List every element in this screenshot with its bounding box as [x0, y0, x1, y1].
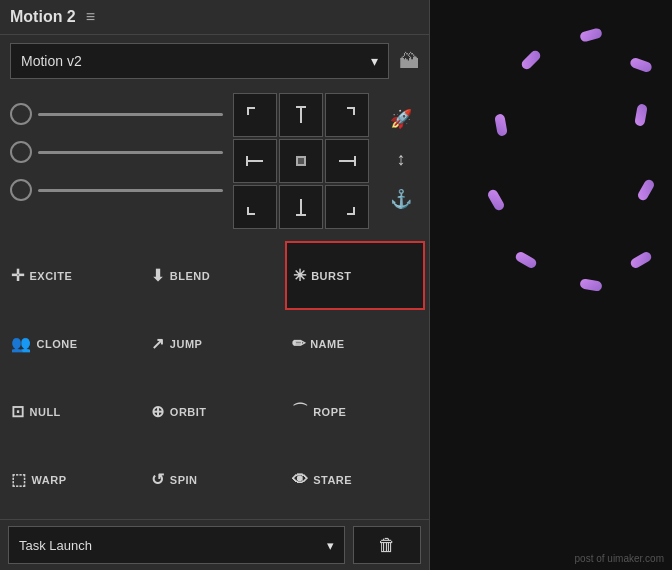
rope-button[interactable]: ⌒ ROPE	[285, 377, 425, 446]
burst-label: BURST	[311, 270, 351, 282]
name-label: NAME	[310, 338, 344, 350]
grid-cell-mid-left[interactable]	[233, 139, 277, 183]
particle-1	[579, 27, 603, 42]
grid-cell-mid-right[interactable]	[325, 139, 369, 183]
particle-4	[634, 103, 648, 126]
grid-cell-top-center[interactable]	[279, 93, 323, 137]
blend-icon: ⬇	[151, 266, 165, 285]
grid-cell-mid-center[interactable]	[279, 139, 323, 183]
jump-icon: ↗	[151, 334, 165, 353]
particle-9	[629, 250, 653, 270]
particle-6	[636, 178, 656, 202]
null-button[interactable]: ⊡ NULL	[4, 377, 144, 446]
name-icon: ✏	[292, 334, 306, 353]
grid-cell-bot-right[interactable]	[325, 185, 369, 229]
burst-icon: ✳	[293, 266, 307, 285]
clone-label: CLONE	[37, 338, 78, 350]
spin-button[interactable]: ↺ SPIN	[144, 446, 284, 513]
jump-button[interactable]: ↗ JUMP	[144, 310, 284, 377]
alignment-grid	[233, 93, 369, 229]
slider-row-3	[10, 179, 223, 201]
orbit-button[interactable]: ⊕ ORBIT	[144, 377, 284, 446]
menu-icon[interactable]: ≡	[86, 8, 95, 26]
app-title: Motion 2	[10, 8, 76, 26]
orbit-label: ORBIT	[170, 406, 207, 418]
actions-grid: ✛ EXCITE ⬇ BLEND ✳ BURST 👥 CLONE ↗ JUMP …	[0, 235, 429, 519]
excite-label: EXCITE	[30, 270, 73, 282]
preset-row: Motion v2 ▾ 🏔	[0, 35, 429, 87]
stare-icon: 👁	[292, 471, 309, 489]
sliders-column	[10, 93, 223, 201]
clone-icon: 👥	[11, 334, 32, 353]
grid-cell-top-left[interactable]	[233, 93, 277, 137]
name-button[interactable]: ✏ NAME	[285, 310, 425, 377]
slider-track-1[interactable]	[38, 113, 223, 116]
blend-button[interactable]: ⬇ BLEND	[144, 241, 284, 310]
grid-cell-bot-left[interactable]	[233, 185, 277, 229]
bottom-bar: Task Launch ▾ 🗑	[0, 519, 429, 570]
particle-5	[486, 188, 506, 212]
header: Motion 2 ≡	[0, 0, 429, 35]
particle-3	[494, 113, 508, 136]
null-label: NULL	[30, 406, 61, 418]
side-icons: 🚀 ↕ ⚓	[383, 93, 419, 217]
warp-button[interactable]: ⬚ WARP	[4, 446, 144, 513]
orbit-icon: ⊕	[151, 402, 165, 421]
blend-label: BLEND	[170, 270, 210, 282]
preset-label: Motion v2	[21, 53, 82, 69]
mountain-icon: 🏔	[399, 50, 419, 73]
clone-button[interactable]: 👥 CLONE	[4, 310, 144, 377]
trash-icon: 🗑	[378, 535, 396, 556]
preset-dropdown[interactable]: Motion v2 ▾	[10, 43, 389, 79]
slider-knob-3[interactable]	[10, 179, 32, 201]
slider-row-1	[10, 103, 223, 125]
trash-button[interactable]: 🗑	[353, 526, 421, 564]
sliders-grid-area: 🚀 ↕ ⚓	[0, 87, 429, 235]
slider-row-2	[10, 141, 223, 163]
stare-button[interactable]: 👁 STARE	[285, 446, 425, 513]
grid-cell-bot-center[interactable]	[279, 185, 323, 229]
canvas-area	[430, 0, 672, 520]
left-panel: Motion 2 ≡ Motion v2 ▾ 🏔	[0, 0, 430, 570]
jump-label: JUMP	[170, 338, 203, 350]
watermark: post of uimaker.com	[575, 553, 664, 564]
spin-label: SPIN	[170, 474, 198, 486]
rocket-icon[interactable]: 🚀	[383, 101, 419, 137]
rope-icon: ⌒	[292, 401, 309, 422]
anchor-icon[interactable]: ⚓	[383, 181, 419, 217]
task-dropdown[interactable]: Task Launch ▾	[8, 526, 345, 564]
particle-2	[629, 57, 653, 74]
spin-icon: ↺	[151, 470, 165, 489]
dropdown-arrow-icon: ▾	[371, 53, 378, 69]
task-dropdown-arrow-icon: ▾	[327, 538, 334, 553]
warp-icon: ⬚	[11, 470, 27, 489]
null-icon: ⊡	[11, 402, 25, 421]
particle-8	[579, 278, 602, 292]
grid-cell-top-right[interactable]	[325, 93, 369, 137]
task-label: Task Launch	[19, 538, 92, 553]
svg-rect-4	[297, 157, 305, 165]
excite-button[interactable]: ✛ EXCITE	[4, 241, 144, 310]
slider-track-2[interactable]	[38, 151, 223, 154]
slider-track-3[interactable]	[38, 189, 223, 192]
burst-button[interactable]: ✳ BURST	[285, 241, 425, 310]
stare-label: STARE	[313, 474, 352, 486]
slider-knob-2[interactable]	[10, 141, 32, 163]
rope-label: ROPE	[313, 406, 346, 418]
right-panel: post of uimaker.com	[430, 0, 672, 570]
particle-0	[520, 49, 543, 72]
particle-7	[514, 250, 538, 270]
excite-icon: ✛	[11, 266, 25, 285]
slider-knob-1[interactable]	[10, 103, 32, 125]
arrows-vertical-icon[interactable]: ↕	[383, 141, 419, 177]
warp-label: WARP	[32, 474, 67, 486]
